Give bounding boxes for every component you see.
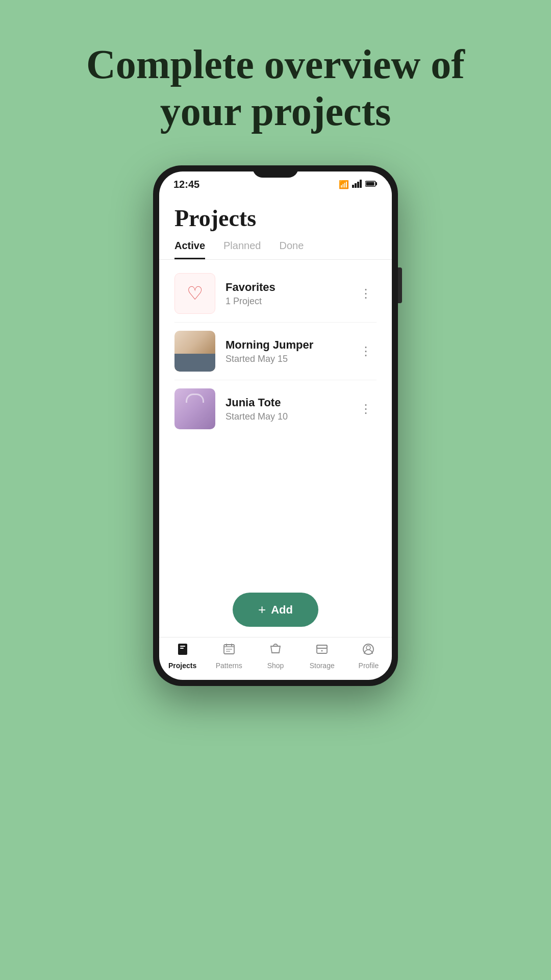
nav-item-patterns[interactable]: Patterns — [206, 643, 252, 670]
project-menu-button[interactable]: ⋮ — [356, 282, 377, 305]
svg-rect-9 — [180, 648, 184, 649]
add-button-label: Add — [271, 603, 293, 617]
tab-planned[interactable]: Planned — [223, 240, 261, 259]
phone-notch — [253, 165, 298, 178]
phone-frame: 12:45 📶 — [153, 165, 398, 686]
project-info: Favorites 1 Project — [226, 281, 345, 307]
svg-rect-17 — [317, 645, 327, 648]
status-time: 12:45 — [173, 179, 199, 190]
svg-rect-2 — [357, 182, 359, 188]
heart-icon: ♡ — [187, 283, 203, 304]
page-title: Projects — [174, 205, 377, 232]
battery-icon — [365, 180, 378, 189]
morning-jumper-thumbnail — [174, 331, 215, 372]
list-item[interactable]: Morning Jumper Started May 15 ⋮ — [159, 323, 392, 380]
wifi-icon: 📶 — [339, 180, 349, 189]
screen-content: Projects Active Planned Done ♡ Favorites… — [159, 194, 392, 680]
page-header: Projects — [159, 194, 392, 232]
phone-screen: 12:45 📶 — [159, 172, 392, 680]
nav-label: Storage — [310, 662, 335, 670]
nav-item-storage[interactable]: Storage — [299, 643, 345, 670]
favorites-thumbnail: ♡ — [174, 273, 215, 314]
svg-rect-16 — [317, 645, 327, 653]
junia-tote-thumbnail — [174, 388, 215, 429]
project-name: Morning Jumper — [226, 338, 345, 352]
bottom-nav: Projects Patterns — [159, 637, 392, 680]
nav-label: Patterns — [216, 662, 242, 670]
nav-item-projects[interactable]: Projects — [159, 643, 206, 670]
projects-icon — [176, 643, 189, 659]
hero-title: Complete overview of your projects — [0, 0, 551, 165]
svg-rect-0 — [352, 185, 354, 188]
svg-rect-5 — [375, 182, 377, 185]
nav-label: Shop — [267, 662, 284, 670]
phone-power-button — [398, 267, 402, 303]
tabs-container: Active Planned Done — [159, 232, 392, 260]
project-name: Favorites — [226, 281, 345, 294]
profile-icon — [362, 643, 375, 659]
nav-label: Projects — [168, 662, 196, 670]
project-menu-button[interactable]: ⋮ — [356, 340, 377, 362]
signal-icon — [352, 180, 362, 190]
project-subtitle: Started May 15 — [226, 354, 345, 364]
svg-rect-1 — [355, 183, 357, 188]
svg-rect-6 — [366, 182, 374, 185]
add-project-button[interactable]: + Add — [233, 593, 318, 627]
project-name: Junia Tote — [226, 396, 345, 409]
svg-rect-12 — [226, 644, 227, 646]
svg-rect-3 — [360, 180, 362, 188]
project-menu-button[interactable]: ⋮ — [356, 398, 377, 420]
list-item[interactable]: Junia Tote Started May 10 ⋮ — [159, 380, 392, 437]
nav-label: Profile — [359, 662, 379, 670]
shop-icon — [269, 643, 282, 659]
project-subtitle: 1 Project — [226, 296, 345, 307]
project-subtitle: Started May 10 — [226, 411, 345, 422]
nav-item-profile[interactable]: Profile — [345, 643, 392, 670]
plus-icon: + — [258, 602, 266, 618]
svg-point-18 — [321, 650, 323, 652]
status-icons: 📶 — [339, 180, 378, 190]
project-list: ♡ Favorites 1 Project ⋮ Morning Jumper S… — [159, 260, 392, 582]
add-button-container: + Add — [159, 582, 392, 637]
storage-icon — [315, 643, 329, 659]
list-item[interactable]: ♡ Favorites 1 Project ⋮ — [159, 265, 392, 322]
tab-done[interactable]: Done — [279, 240, 304, 259]
project-info: Junia Tote Started May 10 — [226, 396, 345, 422]
patterns-icon — [222, 643, 236, 659]
svg-rect-13 — [231, 644, 232, 646]
project-info: Morning Jumper Started May 15 — [226, 338, 345, 364]
svg-point-20 — [366, 646, 370, 650]
nav-item-shop[interactable]: Shop — [252, 643, 298, 670]
tab-active[interactable]: Active — [174, 240, 205, 259]
svg-rect-7 — [178, 644, 187, 655]
svg-rect-8 — [180, 646, 185, 647]
